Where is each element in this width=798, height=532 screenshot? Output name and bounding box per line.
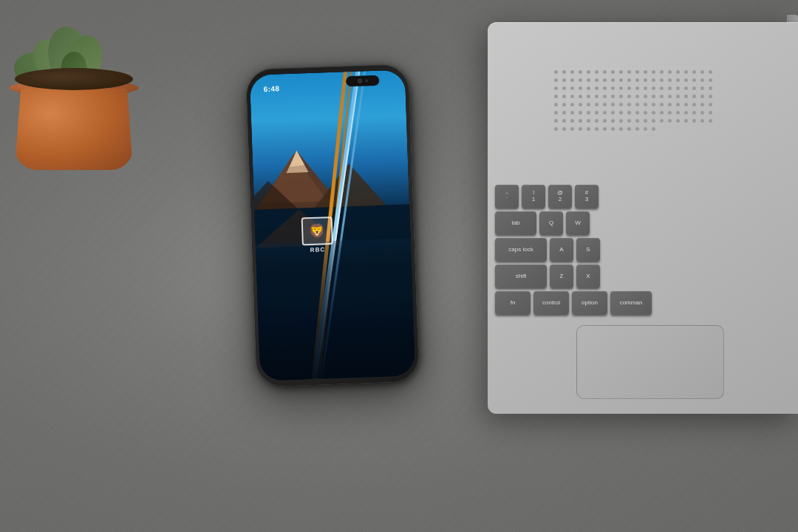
speaker-dot [627, 95, 631, 98]
water-reflection [256, 238, 415, 381]
speaker-dot [570, 119, 574, 123]
speaker-dot [554, 78, 558, 82]
key-shift[interactable]: shift [495, 265, 547, 288]
speaker-dot [635, 127, 639, 131]
key-a[interactable]: A [550, 238, 573, 262]
key-q[interactable]: Q [539, 211, 563, 235]
speaker-grille [547, 63, 768, 166]
key-x[interactable]: X [576, 265, 600, 288]
laptop-body: ~` !1 @2 #3 tab Q W caps lock A S shift … [488, 22, 798, 414]
speaker-dot [587, 70, 590, 74]
speaker-dot [595, 95, 598, 98]
speaker-dot [579, 103, 582, 106]
speaker-dot [587, 78, 590, 82]
soil [15, 68, 133, 90]
speaker-dot [644, 119, 647, 123]
speaker-dot [554, 103, 558, 106]
speaker-dot [562, 127, 566, 131]
speaker-dot [570, 103, 574, 106]
speaker-dot [676, 95, 680, 98]
speaker-dot [611, 78, 615, 82]
speaker-dot [611, 111, 615, 115]
speaker-dot [619, 119, 623, 123]
key-w[interactable]: W [566, 211, 590, 235]
speaker-dot [562, 119, 566, 123]
speaker-dot [603, 86, 607, 90]
speaker-dot [603, 111, 607, 115]
speaker-dot [676, 78, 680, 82]
speaker-dot [595, 103, 598, 106]
laptop: ~` !1 @2 #3 tab Q W caps lock A S shift … [473, 0, 798, 414]
key-s[interactable]: S [576, 238, 600, 262]
key-z[interactable]: Z [550, 265, 573, 288]
speaker-dot [570, 111, 574, 115]
speaker-dot [700, 86, 704, 90]
speaker-dot [627, 78, 631, 82]
speaker-dot [692, 95, 696, 98]
speaker-dot [603, 78, 607, 82]
speaker-dot [660, 86, 664, 90]
speaker-dot [709, 70, 712, 74]
speaker-dot [644, 103, 647, 106]
speaker-dot [709, 119, 712, 123]
speaker-dot [619, 78, 623, 82]
speaker-dot [684, 111, 688, 115]
speaker-dot [709, 78, 712, 82]
speaker-dot [579, 86, 582, 90]
speaker-dot [627, 119, 631, 123]
key-capslock[interactable]: caps lock [495, 238, 547, 262]
speaker-dot [652, 127, 655, 131]
speaker-dot [652, 70, 655, 74]
key-command[interactable]: comman [610, 291, 652, 315]
speaker-dot [587, 119, 590, 123]
plant-pot [15, 89, 133, 170]
speaker-dot [635, 78, 639, 82]
speaker-dot [709, 111, 712, 115]
speaker-dot [660, 78, 664, 82]
speaker-dot [644, 86, 647, 90]
speaker-dot [587, 111, 590, 115]
speaker-dot [676, 111, 680, 115]
key-control[interactable]: control [533, 291, 569, 315]
keyboard-row-4: shift Z X [495, 265, 791, 288]
key-2[interactable]: @2 [548, 185, 572, 208]
speaker-dot [652, 78, 655, 82]
speaker-dot [603, 95, 607, 98]
speaker-dot [709, 86, 712, 90]
key-option[interactable]: option [572, 291, 607, 315]
key-tilde[interactable]: ~` [495, 185, 519, 208]
key-3[interactable]: #3 [575, 185, 598, 208]
trackpad[interactable] [576, 325, 724, 399]
speaker-dot [652, 86, 655, 90]
speaker-dot [570, 70, 574, 74]
speaker-dot [692, 70, 696, 74]
speaker-dot [611, 127, 615, 131]
speaker-dot [570, 86, 574, 90]
speaker-dot [619, 70, 623, 74]
speaker-dot [603, 119, 607, 123]
speaker-dot [700, 70, 704, 74]
rbc-logo: 🦁 RBC [298, 216, 336, 254]
speaker-dot [627, 127, 631, 131]
speaker-dot [635, 95, 639, 98]
speaker-dot [562, 95, 566, 98]
speaker-dot [635, 86, 639, 90]
speaker-dot [692, 86, 696, 90]
speaker-dot [587, 127, 590, 131]
speaker-dot [684, 95, 688, 98]
speaker-dot [562, 70, 566, 74]
speaker-dot [554, 70, 558, 74]
speaker-dot [595, 111, 598, 115]
speaker-dot [652, 95, 655, 98]
speaker-dot [644, 127, 647, 131]
speaker-dot [668, 119, 672, 123]
key-1[interactable]: !1 [522, 185, 545, 208]
speaker-dot [700, 95, 704, 98]
speaker-dot [611, 119, 615, 123]
speaker-dot [709, 103, 712, 106]
speaker-dot [652, 103, 655, 106]
speaker-dot [595, 86, 598, 90]
speaker-dot [644, 111, 647, 115]
key-fn[interactable]: fn [495, 291, 531, 315]
key-tab[interactable]: tab [495, 211, 536, 235]
